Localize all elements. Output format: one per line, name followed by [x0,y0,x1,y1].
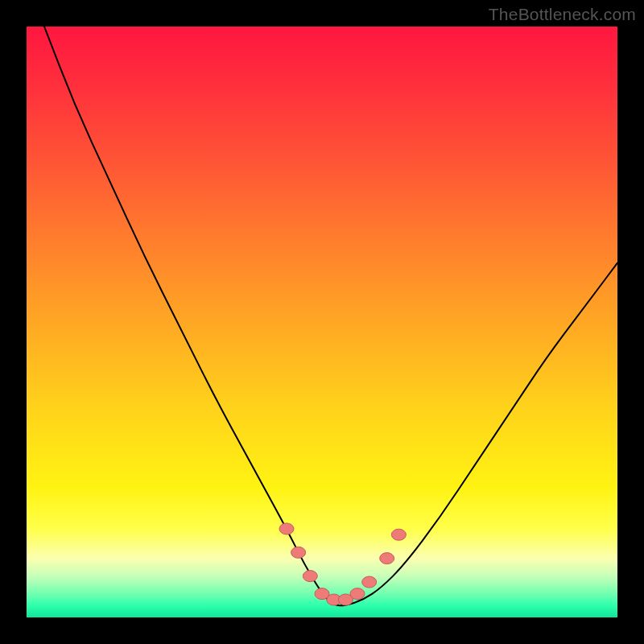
chart-frame: TheBottleneck.com [0,0,644,644]
watermark-text: TheBottleneck.com [489,5,636,24]
curve-marker [362,576,377,588]
bottleneck-curve-path [44,27,617,605]
chart-plot-area [27,27,617,617]
curve-marker [380,553,394,564]
curve-markers [279,523,406,605]
curve-marker [303,571,317,582]
curve-marker [350,588,365,600]
curve-marker [291,547,306,558]
chart-svg [27,27,617,617]
curve-marker [279,523,294,535]
curve-marker [391,529,406,540]
bottleneck-curve [44,27,617,605]
